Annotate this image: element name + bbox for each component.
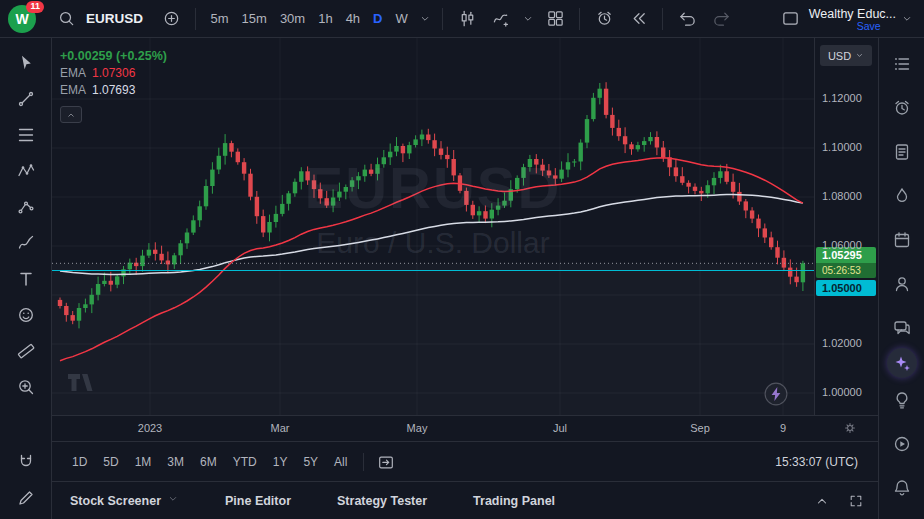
- xabcd-pattern-tool-icon[interactable]: [9, 156, 43, 186]
- chart-canvas[interactable]: EURUSD Euro / U.S. Dollar +0.00259 (+0.2…: [52, 38, 814, 415]
- magnet-tool-icon[interactable]: [9, 447, 43, 477]
- currency-selector[interactable]: USD: [820, 45, 872, 66]
- price-label: 1.02000: [822, 337, 862, 349]
- text-tool-icon[interactable]: [9, 264, 43, 294]
- ema-fast-value: 1.07306: [92, 65, 135, 82]
- layout-name: Wealthy Educ...: [809, 7, 896, 21]
- toolbar-separator: [195, 8, 196, 30]
- indicators-icon[interactable]: [485, 5, 517, 33]
- range-all-button[interactable]: All: [326, 452, 355, 472]
- emoji-tool-icon[interactable]: [9, 300, 43, 330]
- interval-5m[interactable]: 5m: [204, 6, 235, 32]
- indicators-chevron-down-icon[interactable]: [519, 5, 537, 33]
- ema-slow-legend[interactable]: EMA 1.07693: [60, 82, 167, 99]
- range-5y-button[interactable]: 5Y: [295, 452, 326, 472]
- tab-strategy-tester[interactable]: Strategy Tester: [337, 494, 427, 508]
- time-tick: 9: [780, 422, 786, 434]
- watchlist-icon[interactable]: [887, 50, 917, 78]
- currency-label: USD: [828, 50, 851, 62]
- range-6m-button[interactable]: 6M: [192, 452, 225, 472]
- interval-chevron-down-icon[interactable]: [416, 5, 434, 33]
- account-avatar[interactable]: W 11: [8, 5, 36, 33]
- trend-line-tool-icon[interactable]: [9, 84, 43, 114]
- save-button[interactable]: Save: [857, 21, 881, 32]
- interval-4h[interactable]: 4h: [339, 6, 366, 32]
- chart-region: EURUSD Euro / U.S. Dollar +0.00259 (+0.2…: [52, 38, 878, 441]
- range-3m-button[interactable]: 3M: [159, 452, 192, 472]
- create-alert-icon[interactable]: [588, 5, 620, 33]
- undo-icon[interactable]: [671, 5, 703, 33]
- quick-trade-lightning-button[interactable]: [764, 382, 788, 406]
- time-tick: Mar: [271, 422, 290, 434]
- save-layout-icon[interactable]: [775, 5, 807, 33]
- range-1y-button[interactable]: 1Y: [265, 452, 296, 472]
- ideas-icon[interactable]: [887, 270, 917, 298]
- price-label: 1.12000: [822, 92, 862, 104]
- tab-label: Pine Editor: [225, 494, 291, 508]
- ruler-tool-icon[interactable]: [9, 336, 43, 366]
- public-play-icon[interactable]: [887, 430, 917, 458]
- time-tick: Sep: [690, 422, 710, 434]
- alerts-icon[interactable]: [887, 94, 917, 122]
- range-1d-button[interactable]: 1D: [64, 452, 95, 472]
- price-change-label[interactable]: +0.00259 (+0.25%): [60, 48, 167, 65]
- avatar-letter: W: [15, 11, 28, 27]
- price-label: 1.08000: [822, 190, 862, 202]
- bar-countdown: 05:26:53: [816, 263, 876, 278]
- price-label: 1.00000: [822, 386, 862, 398]
- calendar-icon[interactable]: [887, 226, 917, 254]
- ema-slow-label: EMA: [60, 82, 86, 99]
- lightbulb-icon[interactable]: [887, 386, 917, 414]
- interval-W[interactable]: W: [389, 6, 414, 32]
- collapse-panel-icon[interactable]: [808, 488, 836, 514]
- range-ytd-button[interactable]: YTD: [225, 452, 265, 472]
- compare-add-icon[interactable]: [155, 5, 187, 33]
- price-axis[interactable]: USD 1.05295 05:26:53 1.05000 1.120001.10…: [814, 38, 878, 415]
- axis-settings-icon[interactable]: [842, 420, 860, 438]
- tradingview-logo-watermark[interactable]: [68, 374, 98, 396]
- time-axis[interactable]: 2023MarMayJulSep9: [52, 415, 878, 441]
- fib-retracement-tool-icon[interactable]: [9, 120, 43, 150]
- layout-grid-icon[interactable]: [539, 5, 571, 33]
- interval-1h[interactable]: 1h: [312, 6, 339, 32]
- chart-style-icon[interactable]: [451, 5, 483, 33]
- search-icon[interactable]: [50, 5, 82, 33]
- interval-switcher: 5m15m30m1h4hDW: [204, 6, 414, 32]
- forecast-tool-icon[interactable]: [9, 192, 43, 222]
- date-range-toolbar: 1D5D1M3M6MYTD1Y5YAll15:33:07 (UTC): [52, 441, 878, 481]
- bar-replay-icon[interactable]: [622, 5, 654, 33]
- tab-stock-screener[interactable]: Stock Screener: [70, 493, 179, 508]
- cursor-tool-icon[interactable]: [9, 48, 43, 78]
- layout-chevron-down-icon[interactable]: [898, 5, 916, 33]
- journal-icon[interactable]: [887, 138, 917, 166]
- brush-tool-icon[interactable]: [9, 228, 43, 258]
- price-label: 1.10000: [822, 141, 862, 153]
- edit-pencil-tool-icon[interactable]: [9, 483, 43, 513]
- price-label: 1.06000: [822, 239, 862, 251]
- ema-fast-legend[interactable]: EMA 1.07306: [60, 65, 167, 82]
- ai-sparkle-icon[interactable]: [887, 348, 917, 378]
- layout-name-button[interactable]: Wealthy Educ... Save: [809, 6, 896, 32]
- interval-D[interactable]: D: [367, 6, 389, 32]
- maximize-panel-icon[interactable]: [842, 488, 870, 514]
- interval-15m[interactable]: 15m: [235, 6, 273, 32]
- redo-icon[interactable]: [705, 5, 737, 33]
- hotlists-icon[interactable]: [887, 182, 917, 210]
- alert-price-badge[interactable]: 1.05000: [816, 280, 876, 296]
- tab-pine-editor[interactable]: Pine Editor: [225, 494, 291, 508]
- zoom-in-tool-icon[interactable]: [9, 372, 43, 402]
- interval-30m[interactable]: 30m: [273, 6, 311, 32]
- time-tick: Jul: [553, 422, 567, 434]
- chat-icon[interactable]: [887, 314, 917, 342]
- tab-trading-panel[interactable]: Trading Panel: [473, 494, 555, 508]
- range-5d-button[interactable]: 5D: [95, 452, 126, 472]
- tab-label: Strategy Tester: [337, 494, 427, 508]
- notifications-icon[interactable]: [887, 474, 917, 502]
- range-1m-button[interactable]: 1M: [127, 452, 160, 472]
- symbol-button[interactable]: EURUSD: [84, 11, 153, 26]
- ema-fast-label: EMA: [60, 65, 86, 82]
- ema-slow-value: 1.07693: [92, 82, 135, 99]
- tab-label: Trading Panel: [473, 494, 555, 508]
- legend-collapse-button[interactable]: [60, 106, 82, 123]
- go-to-date-icon[interactable]: [372, 449, 400, 475]
